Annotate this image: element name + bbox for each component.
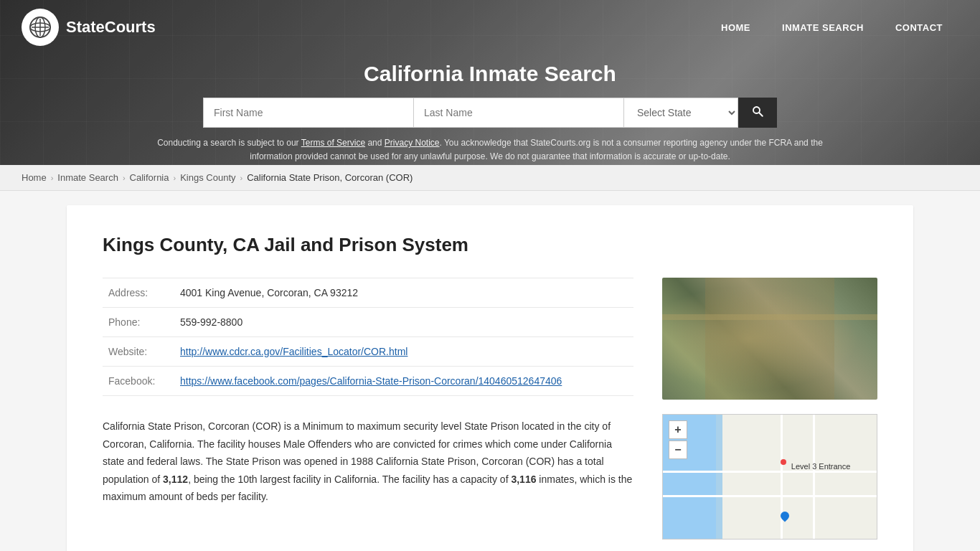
logo-icon — [22, 9, 59, 46]
facebook-link[interactable]: https://www.facebook.com/pages/Californi… — [180, 375, 562, 387]
state-select[interactable]: Select State California — [623, 98, 738, 128]
phone-label: Phone: — [103, 308, 174, 337]
nav-contact[interactable]: CONTACT — [880, 17, 958, 39]
breadcrumb-sep-3: › — [174, 174, 176, 182]
hero-title: California Inmate Search — [0, 55, 980, 98]
last-name-input[interactable] — [413, 98, 623, 128]
hero-content: StateCourts HOME INMATE SEARCH CONTACT C… — [0, 0, 980, 164]
website-row: Website: http://www.cdcr.ca.gov/Faciliti… — [103, 337, 633, 367]
website-value: http://www.cdcr.ca.gov/Facilities_Locato… — [174, 337, 633, 367]
website-link[interactable]: http://www.cdcr.ca.gov/Facilities_Locato… — [180, 346, 407, 357]
breadcrumb: Home › Inmate Search › California › King… — [0, 165, 980, 191]
description-text: California State Prison, Corcoran (COR) … — [103, 418, 633, 506]
search-button[interactable] — [738, 98, 777, 128]
facility-title: Kings County, CA Jail and Prison System — [103, 234, 877, 256]
breadcrumb-current: California State Prison, Corcoran (COR) — [247, 172, 413, 183]
logo-text: StateCourts — [66, 18, 156, 37]
desc-mid: , being the 10th largest facility in Cal… — [188, 474, 511, 485]
disclaimer-text: Conducting a search is subject to our Te… — [131, 136, 849, 164]
content-left: Address: 4001 King Avenue, Corcoran, CA … — [103, 278, 633, 540]
breadcrumb-sep-4: › — [240, 174, 243, 182]
breadcrumb-sep-1: › — [51, 174, 54, 182]
breadcrumb-sep-2: › — [123, 174, 126, 182]
phone-value: 559-992-8800 — [174, 308, 633, 337]
search-icon — [751, 105, 764, 118]
main-nav: StateCourts HOME INMATE SEARCH CONTACT — [0, 0, 980, 55]
phone-row: Phone: 559-992-8800 — [103, 308, 633, 337]
logo-link[interactable]: StateCourts — [22, 9, 156, 46]
map-controls: + − — [669, 420, 687, 459]
nav-home[interactable]: HOME — [705, 17, 766, 39]
search-bar: Select State California — [203, 98, 777, 128]
first-name-input[interactable] — [203, 98, 413, 128]
breadcrumb-county[interactable]: Kings County — [180, 172, 235, 183]
nav-links: HOME INMATE SEARCH CONTACT — [705, 17, 958, 39]
privacy-link[interactable]: Privacy Notice — [385, 138, 440, 148]
facebook-value: https://www.facebook.com/pages/Californi… — [174, 367, 633, 396]
main-wrapper: Kings County, CA Jail and Prison System … — [0, 191, 980, 551]
content-card: Kings County, CA Jail and Prison System … — [67, 205, 913, 551]
map-zoom-out-button[interactable]: − — [669, 441, 687, 459]
content-layout: Address: 4001 King Avenue, Corcoran, CA … — [103, 278, 877, 540]
map-zoom-in-button[interactable]: + — [669, 420, 687, 439]
nav-inmate-search[interactable]: INMATE SEARCH — [766, 17, 880, 39]
capacity-bold: 3,116 — [511, 474, 536, 485]
map-entrance-label: Level 3 Entrance — [791, 462, 851, 471]
content-right: + − Level 3 Entrance — [662, 278, 877, 540]
breadcrumb-inmate-search[interactable]: Inmate Search — [57, 172, 118, 183]
population-bold: 3,112 — [163, 474, 188, 485]
facility-image-inner — [662, 278, 877, 400]
facebook-row: Facebook: https://www.facebook.com/pages… — [103, 367, 633, 396]
address-label: Address: — [103, 278, 174, 308]
map-road-vertical-2 — [813, 415, 815, 539]
website-label: Website: — [103, 337, 174, 367]
svg-line-6 — [759, 113, 763, 116]
breadcrumb-home[interactable]: Home — [22, 172, 47, 183]
disclaimer-between: and — [365, 138, 385, 148]
address-value: 4001 King Avenue, Corcoran, CA 93212 — [174, 278, 633, 308]
map-road-horizontal — [663, 471, 877, 473]
breadcrumb-state[interactable]: California — [130, 172, 169, 183]
facility-image — [662, 278, 877, 400]
details-table: Address: 4001 King Avenue, Corcoran, CA … — [103, 278, 633, 396]
tos-link[interactable]: Terms of Service — [301, 138, 365, 148]
hero-section: StateCourts HOME INMATE SEARCH CONTACT C… — [0, 0, 980, 165]
map-road-horizontal-2 — [663, 495, 877, 497]
map-container: + − Level 3 Entrance — [662, 414, 877, 540]
map-road-vertical — [781, 415, 783, 539]
disclaimer-before-tos: Conducting a search is subject to our — [157, 138, 301, 148]
facebook-label: Facebook: — [103, 367, 174, 396]
address-row: Address: 4001 King Avenue, Corcoran, CA … — [103, 278, 633, 308]
